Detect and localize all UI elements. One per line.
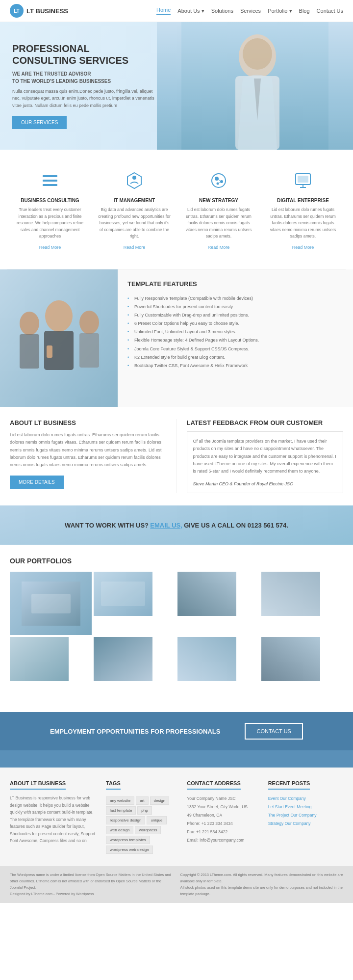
svg-point-8: [212, 174, 226, 187]
recent-post-item[interactable]: The Project Our Company: [268, 811, 343, 820]
tag[interactable]: wordpress templates: [106, 836, 150, 844]
feedback-box: Of all the Joomla template providers on …: [187, 431, 344, 493]
portfolio-item[interactable]: [94, 572, 176, 635]
portfolio-item[interactable]: [10, 637, 92, 700]
tag[interactable]: wordpress: [135, 826, 161, 834]
service-item-strategy: NEW STRATEGY Lid est laborum dolo rumes …: [178, 163, 259, 255]
about-more-button[interactable]: MORE DETAILS: [10, 476, 64, 489]
about-title: ABOUT LT BUSINESS: [10, 419, 167, 426]
tag[interactable]: wordpress web design: [106, 846, 153, 854]
tag[interactable]: web design: [106, 826, 133, 834]
features-list: •Fully Responsive Template (Compatible w…: [127, 294, 343, 370]
svg-rect-28: [177, 572, 236, 616]
footer-about-col: About LT Business LT Business is respons…: [10, 780, 100, 854]
it-title: IT MANAGEMENT: [98, 198, 171, 203]
feature-item: •Joomla Core Feature Styled & Support CS…: [127, 345, 343, 353]
main-nav: Home About Us ▾ Solutions Services Portf…: [156, 7, 343, 15]
logo-icon: LT: [10, 4, 24, 18]
svg-point-21: [79, 311, 99, 334]
footer-bottom-right: Copyright © 2013 LTheme.com. All rights …: [180, 872, 344, 897]
nav-about[interactable]: About Us ▾: [177, 8, 204, 14]
hero-cta-button[interactable]: OUR SERVICES: [12, 116, 67, 129]
portfolios-title: OUR PORTFOLIOS: [10, 557, 343, 565]
feature-item: •Powerful Shortcodes for present content…: [127, 303, 343, 311]
recent-post-item[interactable]: Strategy Our Company: [268, 820, 343, 828]
logo-text: LT BUSINESS: [26, 7, 68, 15]
blue-spacer: [0, 750, 353, 768]
nav-portfolio[interactable]: Portfolio ▾: [268, 8, 292, 14]
tag[interactable]: design: [150, 796, 170, 805]
features-image: [0, 269, 118, 407]
svg-rect-32: [177, 637, 236, 681]
nav-blog[interactable]: Blog: [299, 8, 310, 14]
consulting-read-more[interactable]: Read More: [39, 245, 61, 250]
svg-rect-22: [79, 333, 99, 368]
hero-title: PROFESSIONAL CONSULTING SERVICES: [12, 43, 154, 66]
features-content: TEMPLATE FEATURES •Fully Responsive Temp…: [118, 269, 353, 407]
features-title: TEMPLATE FEATURES: [127, 280, 343, 288]
about-feedback-section: ABOUT LT BUSINESS Lid est laborum dolo r…: [0, 407, 353, 505]
tag[interactable]: unique: [147, 816, 166, 824]
strategy-icon: [206, 168, 231, 193]
portfolio-item[interactable]: [261, 637, 343, 700]
strategy-text: Lid est laborum dolo rumes fugats untras…: [182, 207, 255, 240]
tag[interactable]: art: [136, 796, 148, 805]
nav-services[interactable]: Services: [240, 8, 261, 14]
digital-read-more[interactable]: Read More: [292, 245, 314, 250]
cta-email-link[interactable]: EMAIL US,: [150, 522, 182, 529]
contact-info: Your Company Name JSC 1332 Your Street, …: [187, 795, 262, 845]
feature-item: •K2 Extended style for build great Blog …: [127, 353, 343, 362]
footer-tags-title: Tags: [106, 780, 121, 790]
hero-section: PROFESSIONAL CONSULTING SERVICES WE ARE …: [0, 22, 353, 150]
strategy-title: NEW STRATEGY: [182, 198, 255, 203]
portfolio-item[interactable]: [94, 637, 176, 700]
portfolio-item[interactable]: [261, 572, 343, 635]
feedback-title: LATEST FEEDBACK FROM OUR CUSTOMER: [187, 419, 344, 426]
hero-content: PROFESSIONAL CONSULTING SERVICES WE ARE …: [0, 22, 167, 150]
tags-container: any website art design last template php…: [106, 796, 181, 854]
feature-item: •Fully Customizable with Drag-drop and u…: [127, 311, 343, 319]
tag[interactable]: responsive design: [106, 816, 145, 824]
svg-rect-25: [31, 594, 71, 613]
nav-contact[interactable]: Contact Us: [317, 8, 343, 14]
tag[interactable]: last template: [106, 806, 136, 815]
employment-contact-button[interactable]: CONTACT US: [245, 723, 303, 740]
it-read-more[interactable]: Read More: [124, 245, 146, 250]
nav-solutions[interactable]: Solutions: [211, 8, 233, 14]
recent-post-item[interactable]: Let Start Event Meeting: [268, 803, 343, 811]
tag[interactable]: any website: [106, 796, 134, 805]
svg-rect-6: [43, 184, 57, 186]
cta-suffix: GIVE US A CALL ON 0123 561 574.: [184, 522, 288, 529]
footer-recent-title: Recent Posts: [268, 780, 310, 790]
employment-banner: EMPLOYMENT OPPORTUNITIES FOR PROFESSIONA…: [0, 712, 353, 750]
cta-text: WANT TO WORK WITH US?: [65, 522, 149, 529]
consulting-text: True leaders treat every customer intera…: [14, 207, 86, 240]
feature-item: •Unlimited Font, Unlimited Layout and 3 …: [127, 328, 343, 336]
service-item-it: IT MANAGEMENT Big data and advanced anal…: [94, 163, 175, 255]
svg-rect-23: [47, 345, 52, 358]
logo[interactable]: LT LT BUSINESS: [10, 4, 68, 18]
svg-rect-29: [261, 572, 320, 616]
portfolio-item[interactable]: [177, 572, 259, 635]
feature-item: •Bootstrap Twitter CSS, Font Awesome & H…: [127, 362, 343, 370]
nav-home[interactable]: Home: [156, 7, 171, 15]
recent-post-item[interactable]: Event Our Company: [268, 795, 343, 803]
portfolio-item[interactable]: [10, 572, 92, 635]
feedback-text: Of all the Joomla template providers on …: [193, 438, 337, 475]
portfolio-item[interactable]: [177, 637, 259, 700]
tag[interactable]: php: [137, 806, 151, 815]
about-text: Lid est laborum dolo rumes fugats untras…: [10, 431, 167, 469]
digital-icon: [291, 168, 315, 193]
feature-item: •6 Preset Color Options help you easy to…: [127, 319, 343, 328]
strategy-read-more[interactable]: Read More: [208, 245, 230, 250]
svg-point-3: [243, 38, 272, 70]
feedback-section: LATEST FEEDBACK FROM OUR CUSTOMER Of all…: [176, 419, 344, 493]
digital-title: DIGITAL ENTERPRISE: [267, 198, 339, 203]
it-text: Big data and advanced analytics are crea…: [98, 207, 171, 240]
footer-contact-col: Contact Address Your Company Name JSC 13…: [187, 780, 262, 854]
footer-bottom: The Wordpress name is under a limited li…: [0, 866, 353, 903]
svg-point-7: [132, 176, 136, 180]
footer-top: About LT Business LT Business is respons…: [0, 768, 353, 866]
footer: About LT Business LT Business is respons…: [0, 768, 353, 903]
hero-description: Nulla consequat massa quis enim.Donec pe…: [12, 88, 154, 109]
